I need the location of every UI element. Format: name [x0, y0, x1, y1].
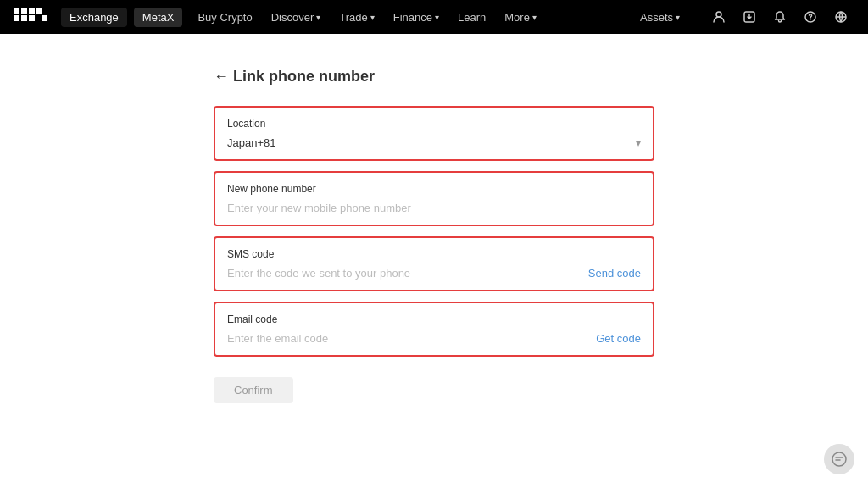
svg-rect-7 — [42, 15, 47, 21]
svg-point-11 — [810, 19, 811, 20]
sms-input[interactable] — [227, 267, 588, 280]
sms-input-row: Send code — [227, 267, 641, 280]
download-icon[interactable] — [736, 7, 763, 27]
email-code-label: Email code — [227, 313, 641, 325]
finance-chevron-icon: ▾ — [435, 13, 439, 22]
svg-rect-5 — [29, 15, 35, 21]
email-section: Email code Get code — [214, 302, 654, 357]
nav-link-finance[interactable]: Finance ▾ — [385, 8, 448, 27]
phone-input-row — [227, 202, 641, 214]
svg-rect-6 — [36, 8, 42, 14]
svg-rect-1 — [21, 8, 27, 14]
svg-point-8 — [716, 12, 721, 17]
phone-label: New phone number — [227, 183, 641, 195]
svg-rect-4 — [21, 15, 27, 21]
discover-chevron-icon: ▾ — [316, 13, 320, 22]
assets-chevron-icon: ▾ — [676, 13, 680, 22]
help-icon[interactable] — [797, 7, 824, 27]
user-icon[interactable] — [705, 7, 732, 27]
location-select[interactable]: Japan+81 United States+1 United Kingdom+… — [227, 136, 641, 149]
sms-label: SMS code — [227, 248, 641, 260]
sms-section: SMS code Send code — [214, 236, 654, 291]
globe-icon[interactable] — [827, 7, 854, 27]
phone-section: New phone number — [214, 171, 654, 226]
email-input-row: Get code — [227, 332, 641, 345]
svg-rect-3 — [29, 8, 35, 14]
assets-button[interactable]: Assets ▾ — [632, 8, 688, 27]
email-code-input[interactable] — [227, 332, 596, 345]
confirm-button[interactable]: Confirm — [214, 377, 293, 403]
svg-point-13 — [832, 452, 846, 466]
back-link[interactable]: ← Link phone number — [214, 68, 654, 86]
navbar: Exchange MetaX Buy Crypto Discover ▾ Tra… — [0, 0, 868, 34]
send-code-button[interactable]: Send code — [588, 267, 641, 280]
nav-tab-exchange[interactable]: Exchange — [61, 8, 127, 27]
more-chevron-icon: ▾ — [532, 13, 537, 22]
nav-links: Buy Crypto Discover ▾ Trade ▾ Finance ▾ … — [189, 8, 545, 27]
get-code-button[interactable]: Get code — [596, 332, 641, 345]
nav-icon-group — [705, 7, 854, 27]
svg-rect-2 — [14, 15, 19, 21]
nav-link-discover[interactable]: Discover ▾ — [263, 8, 330, 27]
trade-chevron-icon: ▾ — [370, 13, 375, 22]
nav-link-trade[interactable]: Trade ▾ — [331, 8, 382, 27]
page-content: ← Link phone number Location Japan+81 Un… — [197, 34, 671, 420]
svg-rect-0 — [14, 8, 19, 14]
location-label: Location — [227, 118, 641, 130]
location-select-wrapper: Japan+81 United States+1 United Kingdom+… — [227, 136, 641, 149]
phone-input[interactable] — [227, 202, 641, 214]
nav-link-learn[interactable]: Learn — [449, 8, 494, 27]
bell-icon[interactable] — [766, 7, 793, 27]
nav-link-buy-crypto[interactable]: Buy Crypto — [189, 8, 260, 27]
nav-link-more[interactable]: More ▾ — [496, 8, 545, 27]
okx-logo[interactable] — [14, 8, 47, 26]
chat-bubble-button[interactable] — [824, 444, 854, 474]
location-section: Location Japan+81 United States+1 United… — [214, 106, 654, 161]
nav-tab-metax[interactable]: MetaX — [134, 8, 183, 27]
